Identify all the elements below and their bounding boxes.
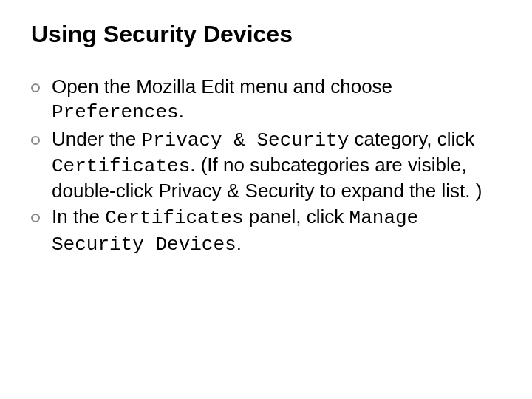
text-segment: Certificates: [52, 155, 190, 177]
text-segment: Preferences: [52, 101, 179, 123]
text-segment: .: [236, 232, 242, 254]
text-segment: .: [179, 100, 184, 122]
circle-bullet-icon: [31, 83, 40, 92]
text-segment: Certificates: [105, 207, 243, 229]
bullet-list: Open the Mozilla Edit menu and choose Pr…: [31, 75, 501, 257]
circle-bullet-icon: [31, 136, 40, 145]
list-item: In the Certificates panel, click Manage …: [31, 205, 501, 257]
text-segment: Privacy & Security: [141, 129, 349, 151]
circle-bullet-icon: [31, 214, 40, 222]
text-segment: Under the: [52, 128, 141, 150]
text-segment: In the: [52, 205, 105, 228]
text-segment: panel, click: [244, 205, 349, 228]
text-segment: Open the Mozilla Edit menu and choose: [52, 75, 392, 98]
list-item: Open the Mozilla Edit menu and choose Pr…: [31, 75, 501, 126]
text-segment: category, click: [349, 128, 474, 150]
list-item: Under the Privacy & Security category, c…: [31, 127, 501, 204]
slide-heading: Using Security Devices: [31, 21, 501, 48]
